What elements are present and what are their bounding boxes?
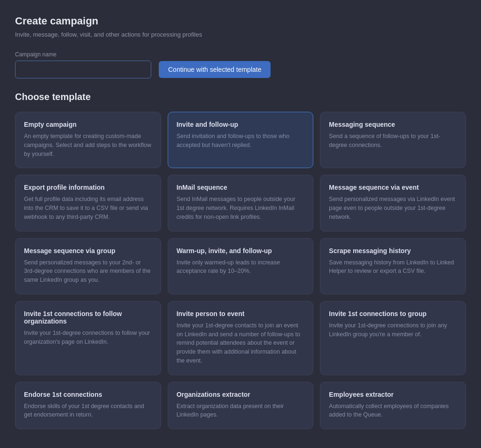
template-card-title: Messaging sequence [329, 121, 457, 128]
template-card-organizations-extractor[interactable]: Organizations extractorExtract organizat… [168, 382, 314, 430]
template-card-title: InMail sequence [177, 184, 305, 191]
template-card-title: Warm-up, invite, and follow-up [177, 247, 305, 255]
template-card-message-sequence-via-group[interactable]: Message sequence via groupSend personali… [15, 238, 161, 294]
template-card-invite-1st-connections-group[interactable]: Invite 1st connections to groupInvite yo… [320, 301, 466, 375]
template-card-title: Employees extractor [329, 391, 457, 398]
page-subtitle: Invite, message, follow, visit, and othe… [15, 31, 466, 38]
template-card-title: Organizations extractor [177, 391, 305, 398]
template-card-description: Send invitation and follow-ups to those … [177, 132, 305, 150]
template-card-title: Scrape messaging history [329, 247, 457, 255]
template-grid: Empty campaignAn empty template for crea… [15, 112, 466, 429]
template-card-description: Invite your 1st-degree connections to jo… [329, 321, 457, 339]
template-card-description: Endorse skills of your 1st degree contac… [24, 402, 152, 420]
template-card-description: Save messaging history from LinkedIn to … [329, 258, 457, 276]
template-card-title: Message sequence via group [24, 247, 152, 255]
template-card-title: Endorse 1st connections [24, 391, 152, 398]
template-card-description: Get full profile data including its emai… [24, 195, 152, 221]
template-card-description: Invite only warmed-up leads to increase … [177, 258, 305, 276]
continue-with-selected-template-button[interactable]: Continue with selected template [159, 61, 271, 78]
choose-template-title: Choose template [15, 92, 466, 102]
template-card-title: Invite 1st connections to follow organiz… [24, 310, 152, 325]
template-card-title: Empty campaign [24, 121, 152, 128]
template-card-description: Send a sequence of follow-ups to your 1s… [329, 132, 457, 150]
template-card-title: Invite person to event [177, 310, 305, 317]
template-card-description: Send personalized messages via LinkedIn … [329, 195, 457, 221]
template-card-employees-extractor[interactable]: Employees extractorAutomatically collect… [320, 382, 466, 430]
template-card-invite-and-followup[interactable]: Invite and follow-upSend invitation and … [168, 112, 314, 168]
template-card-invite-person-to-event[interactable]: Invite person to eventInvite your 1st-de… [168, 301, 314, 375]
template-card-description: Automatically collect employees of compa… [329, 402, 457, 420]
template-card-message-sequence-via-event[interactable]: Message sequence via eventSend personali… [320, 175, 466, 231]
template-card-title: Invite and follow-up [177, 121, 305, 128]
template-card-description: Extract organization data present on the… [177, 402, 305, 420]
template-card-messaging-sequence[interactable]: Messaging sequenceSend a sequence of fol… [320, 112, 466, 168]
template-card-warmup-invite-followup[interactable]: Warm-up, invite, and follow-upInvite onl… [168, 238, 314, 294]
template-card-inmail-sequence[interactable]: InMail sequenceSend InMail messages to p… [168, 175, 314, 231]
template-card-title: Invite 1st connections to group [329, 310, 457, 317]
template-card-invite-1st-connections-organizations[interactable]: Invite 1st connections to follow organiz… [15, 301, 161, 375]
template-card-description: An empty template for creating custom-ma… [24, 132, 152, 158]
campaign-name-input[interactable] [15, 61, 151, 78]
template-card-title: Export profile information [24, 184, 152, 191]
template-card-endorse-1st-connections[interactable]: Endorse 1st connectionsEndorse skills of… [15, 382, 161, 430]
template-card-scrape-messaging-history[interactable]: Scrape messaging historySave messaging h… [320, 238, 466, 294]
template-card-empty-campaign[interactable]: Empty campaignAn empty template for crea… [15, 112, 161, 168]
template-card-description: Send personalized messages to your 2nd- … [24, 258, 152, 285]
template-card-description: Invite your 1st-degree connections to fo… [24, 329, 152, 347]
template-card-export-profile-information[interactable]: Export profile informationGet full profi… [15, 175, 161, 231]
campaign-name-label: Campaign name [15, 51, 466, 58]
template-card-description: Invite your 1st-degree contacts to join … [177, 321, 305, 365]
page-title: Create campaign [15, 15, 466, 27]
template-card-description: Send InMail messages to people outside y… [177, 195, 305, 221]
template-card-title: Message sequence via event [329, 184, 457, 191]
